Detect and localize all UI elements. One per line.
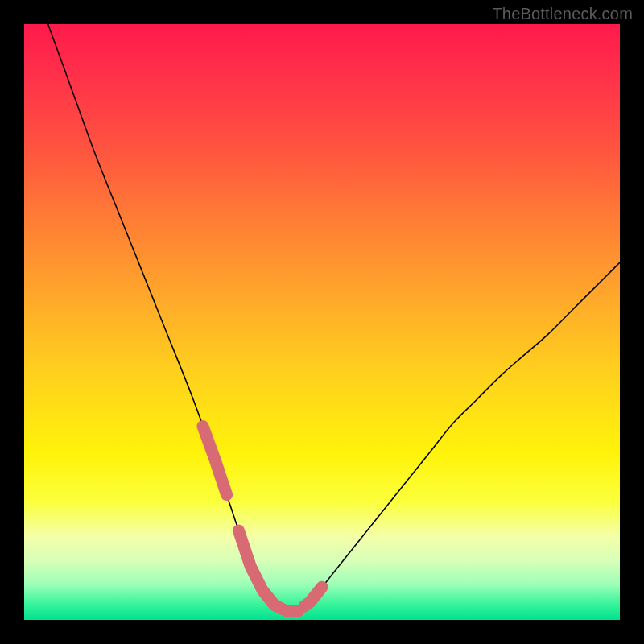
highlight-bottom — [238, 530, 298, 611]
bottleneck-curve — [48, 24, 620, 612]
frame: TheBottleneck.com — [0, 0, 644, 644]
watermark-text: TheBottleneck.com — [492, 5, 633, 23]
highlight-right — [304, 587, 322, 606]
plot-area — [24, 24, 620, 620]
highlight-left — [203, 427, 227, 495]
chart-svg — [24, 24, 620, 620]
